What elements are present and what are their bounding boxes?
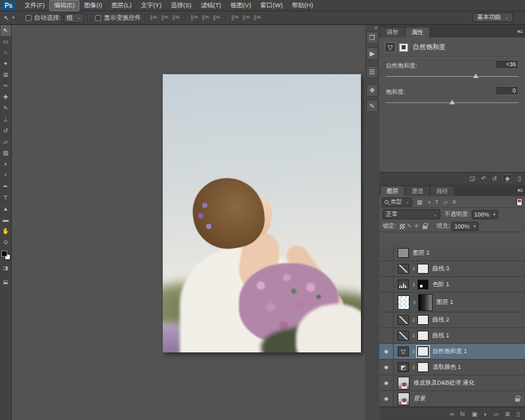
layer-row-layer2[interactable]: 图层 2	[379, 245, 525, 261]
visibility-toggle[interactable]	[379, 293, 394, 312]
visibility-toggle[interactable]: ◉	[379, 375, 394, 390]
eyedropper-tool[interactable]: ✑	[1, 81, 11, 92]
layer-visibility-eye-icon[interactable]: ◉	[503, 175, 512, 182]
curves-adjustment-icon[interactable]	[398, 264, 409, 274]
mask-thumbnail-icon[interactable]	[399, 43, 408, 52]
lock-image-pixels-icon[interactable]: ✎	[408, 223, 412, 229]
distribute-right-icon[interactable]	[254, 14, 261, 21]
eraser-tool[interactable]: ▱	[1, 136, 11, 148]
filter-kind-dropdown[interactable]: 类型 ⌄	[382, 198, 412, 207]
layer-name[interactable]: 图层 1	[436, 298, 453, 306]
saturation-value-field[interactable]: 0	[495, 86, 518, 95]
visibility-toggle[interactable]: ◉	[379, 344, 394, 359]
quick-selection-tool[interactable]: ✦	[1, 58, 11, 70]
history-panel-button[interactable]: ❒	[366, 32, 378, 44]
visibility-toggle[interactable]	[379, 261, 394, 276]
gradient-tool[interactable]: ▨	[1, 148, 11, 159]
menu-edit[interactable]: 编辑(E)	[49, 0, 79, 11]
opacity-field[interactable]: 100% ▾	[472, 210, 499, 219]
auto-select-checkbox[interactable]	[26, 15, 32, 21]
marquee-tool[interactable]: ▭	[1, 36, 11, 47]
path-selection-tool[interactable]: ▲	[1, 203, 11, 215]
filter-shape-layers-icon[interactable]: ▱	[443, 199, 448, 205]
link-layers-icon[interactable]: ∞	[450, 411, 453, 417]
layer-row-background[interactable]: ◉ 背景	[379, 391, 525, 407]
blur-tool[interactable]: ◗	[1, 159, 11, 170]
brush-tool[interactable]: ✎	[1, 103, 11, 114]
lock-transparent-pixels-icon[interactable]	[400, 224, 405, 229]
distribute-center-icon[interactable]	[243, 14, 250, 21]
reset-adjustment-icon[interactable]: ↺	[492, 175, 497, 182]
align-top-edges-icon[interactable]	[191, 14, 198, 21]
layer-mask-thumbnail[interactable]	[417, 280, 429, 289]
layer-row-levels1[interactable]: ∞ 色阶 1	[379, 277, 525, 293]
layer-row-selective-color1[interactable]: ◉ ◩ ∞ 选取颜色 1	[379, 360, 525, 375]
type-tool[interactable]: T	[1, 192, 11, 203]
menu-layer[interactable]: 图层(L)	[107, 0, 136, 11]
quick-mask-button[interactable]: ◨	[1, 262, 11, 274]
pen-tool[interactable]: ✒	[1, 181, 11, 192]
dodge-tool[interactable]: ⚬	[1, 170, 11, 181]
delete-layer-icon[interactable]: ▯	[516, 411, 520, 417]
layer-name[interactable]: 自然饱和度 1	[432, 347, 467, 356]
layer-row-curves1[interactable]: ∞ 曲线 1	[379, 328, 525, 344]
move-tool[interactable]: ↖	[1, 25, 11, 36]
layer-name[interactable]: 修皮肤及D&B处理 液化	[413, 379, 474, 387]
screen-mode-button[interactable]: ⬓	[1, 276, 11, 287]
hand-tool[interactable]: ✋	[1, 226, 11, 237]
levels-adjustment-icon[interactable]	[398, 280, 409, 289]
layer-name[interactable]: 背景	[413, 394, 425, 403]
menu-type[interactable]: 文字(Y)	[136, 0, 166, 11]
vibrance-slider-thumb[interactable]	[473, 74, 478, 78]
adjustments-panel-button[interactable]: ☰	[366, 66, 378, 78]
align-vertical-centers-icon[interactable]	[202, 14, 209, 21]
layer-row-layer1[interactable]: ∞ 图层 1	[379, 293, 525, 312]
layer-name[interactable]: 图层 2	[413, 249, 430, 257]
tab-paths[interactable]: 路径	[430, 186, 454, 196]
menu-window[interactable]: 窗口(W)	[256, 0, 287, 11]
tool-preset-caret-icon[interactable]: ▾	[12, 15, 14, 20]
foreground-color-swatch[interactable]	[1, 251, 7, 257]
visibility-toggle[interactable]: ◉	[379, 360, 394, 375]
add-layer-mask-icon[interactable]: ▣	[472, 411, 478, 417]
layer-thumbnail[interactable]	[398, 248, 409, 258]
panel-menu-icon[interactable]: ▾≡	[517, 28, 522, 35]
tab-channels[interactable]: 通道	[406, 186, 429, 196]
brush-panel-button[interactable]: ✎	[366, 100, 378, 112]
layer-thumbnail[interactable]	[398, 295, 410, 310]
new-adjustment-layer-icon[interactable]: ◐	[484, 411, 487, 417]
menu-select[interactable]: 选择(S)	[166, 0, 196, 11]
workspace-switcher-button[interactable]: 基本功能 ⌄	[472, 12, 513, 22]
new-layer-icon[interactable]: ⊞	[505, 411, 511, 417]
document-canvas[interactable]	[163, 74, 361, 352]
menu-image[interactable]: 图像(I)	[79, 0, 107, 11]
fill-field[interactable]: 100% ▾	[452, 222, 478, 231]
show-transform-checkbox[interactable]	[95, 15, 101, 21]
view-previous-state-icon[interactable]: ↶	[481, 175, 486, 182]
canvas-workspace[interactable]	[12, 25, 365, 420]
visibility-toggle[interactable]	[379, 245, 394, 261]
distribute-left-icon[interactable]	[232, 14, 239, 21]
menu-file[interactable]: 文件(F)	[20, 0, 49, 11]
filter-toggle-switch[interactable]	[516, 198, 522, 206]
layer-row-curves2[interactable]: ∞ 曲线 2	[379, 312, 525, 328]
align-bottom-edges-icon[interactable]	[213, 14, 220, 21]
clip-to-layer-icon[interactable]: ◲	[470, 175, 476, 182]
delete-adjustment-icon[interactable]: ▯	[518, 175, 521, 182]
visibility-toggle[interactable]	[379, 312, 394, 327]
layer-mask-thumbnail[interactable]	[417, 264, 429, 274]
tab-properties[interactable]: 属性	[406, 28, 429, 37]
curves-adjustment-icon[interactable]	[398, 331, 409, 341]
panel-menu-icon[interactable]: ▾≡	[517, 187, 522, 194]
shape-tool[interactable]: ▬	[1, 215, 11, 226]
selective-color-adjustment-icon[interactable]: ◩	[398, 362, 409, 372]
visibility-toggle[interactable]	[379, 328, 394, 343]
history-brush-tool[interactable]: ↺	[1, 125, 11, 136]
visibility-toggle[interactable]	[379, 277, 394, 292]
align-left-edges-icon[interactable]	[150, 14, 158, 21]
styles-panel-button[interactable]: ❖	[366, 84, 378, 96]
auto-select-dropdown[interactable]: 组 ⌄	[64, 13, 84, 23]
tab-layers[interactable]: 图层	[381, 186, 404, 196]
layer-name[interactable]: 曲线 1	[432, 331, 450, 340]
layer-thumbnail[interactable]	[398, 377, 410, 390]
